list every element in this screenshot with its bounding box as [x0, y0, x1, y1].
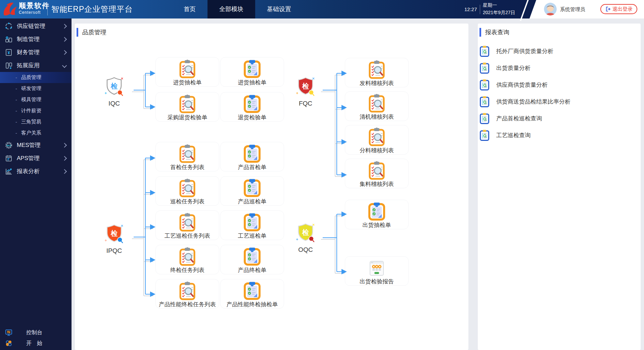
- sidebar-item[interactable]: - 模具管理: [0, 94, 72, 105]
- logout-icon: [605, 6, 610, 12]
- sidebar-item[interactable]: 报表分析: [0, 165, 72, 178]
- chevron-icon: [62, 63, 67, 68]
- extensions-icon: [5, 62, 13, 70]
- sidebar-item[interactable]: 供应链管理: [0, 20, 72, 33]
- sidebar-item-label: MES管理: [17, 141, 41, 149]
- quality-management-panel: 品质管理 IQC: [75, 24, 468, 350]
- topbar-tab[interactable]: 首页: [172, 0, 208, 18]
- report-query-icon: [479, 45, 490, 57]
- shield-check-icon: [104, 76, 125, 96]
- logo-cn: 顺景软件: [19, 2, 50, 9]
- sidebar-item[interactable]: 财务管理: [0, 46, 72, 59]
- flow-item[interactable]: 出货检验报告: [345, 256, 409, 286]
- flow-item[interactable]: 发料稽核列表: [345, 58, 409, 87]
- flow-item-label: 产品性能终检抽检单: [227, 301, 278, 308]
- supply-chain-icon: [5, 22, 13, 30]
- report-list: 托外厂商供货质量分析 出货质量分析 供应商供货质量分析 供货商送货品检结果比率分…: [479, 43, 638, 144]
- flow-item[interactable]: 工艺巡检单: [220, 210, 284, 240]
- audit-clipboard-icon: [178, 94, 197, 113]
- sidebar-item[interactable]: MES管理: [0, 139, 72, 152]
- manufacturing-icon: [5, 35, 13, 43]
- app-title: 智能ERP企业管理平台: [51, 0, 133, 18]
- topbar-tab[interactable]: 基础设置: [255, 0, 303, 18]
- report-query-icon: [479, 129, 490, 141]
- sidebar-item-console[interactable]: 控制台: [0, 327, 72, 338]
- logo-text: 顺景软件 Centersoft: [19, 2, 50, 14]
- flow-item-label: 巡检任务列表: [170, 198, 204, 205]
- topbar-tab[interactable]: 全部模块: [208, 0, 255, 18]
- flow-node-oqc[interactable]: OQC: [289, 223, 322, 254]
- topbar-tabs: 首页 全部模块 基础设置: [172, 0, 303, 18]
- sidebar-bottom: 控制台 开 始: [0, 327, 72, 349]
- chevron-icon: [62, 169, 67, 173]
- sidebar-item[interactable]: - 客户关系: [0, 127, 72, 139]
- sidebar-item[interactable]: APS管理: [0, 152, 72, 165]
- flow-item-label: 工艺巡检单: [238, 232, 267, 240]
- date: 2021年9月27日: [483, 10, 515, 15]
- flow-item[interactable]: 首检任务列表: [155, 142, 219, 171]
- flow-item[interactable]: 巡检任务列表: [155, 176, 219, 206]
- sidebar-item[interactable]: 制造管理: [0, 33, 72, 46]
- sidebar-item[interactable]: 拓展应用: [0, 59, 72, 72]
- sidebar-item[interactable]: - 三角贸易: [0, 116, 72, 127]
- flow-item[interactable]: 进货抽检单: [155, 57, 219, 87]
- tab-label: 全部模块: [219, 6, 243, 12]
- flow-item[interactable]: 工艺巡检任务列表: [155, 210, 219, 240]
- shield-check-icon: [104, 224, 125, 244]
- flow-item-label: 终检任务列表: [170, 266, 204, 274]
- report-link[interactable]: 托外厂商供货质量分析: [479, 43, 638, 60]
- flow-item[interactable]: 退货检验单: [220, 92, 284, 122]
- flow-node-label: FQC: [289, 100, 322, 107]
- sidebar-item-label: 客户关系: [21, 130, 41, 136]
- flow-item[interactable]: 产品性能终检任务列表: [155, 279, 219, 309]
- checklist-clipboard-icon: [243, 94, 262, 113]
- chevron-icon: [62, 143, 67, 147]
- sidebar-item[interactable]: - 计件薪资: [0, 105, 72, 116]
- flow-item[interactable]: 产品首检单: [220, 142, 284, 171]
- report-link[interactable]: 出货质量分析: [479, 60, 638, 76]
- checklist-clipboard-icon: [243, 281, 262, 300]
- oqc-doc-column: 出货抽检单 出货检验报告: [345, 200, 409, 286]
- dash-prefix: -: [15, 119, 17, 125]
- flow-item[interactable]: 产品性能终检抽检单: [220, 279, 284, 309]
- report-link[interactable]: 工艺巡检查询: [479, 127, 638, 144]
- audit-clipboard-icon: [178, 247, 197, 266]
- report-query-icon: [479, 113, 490, 124]
- flow-item[interactable]: 出货抽检单: [345, 200, 409, 229]
- flow-item[interactable]: 进货抽检单: [220, 57, 284, 87]
- sidebar-item-label: 研发管理: [21, 85, 41, 92]
- flow-item[interactable]: 采购退货检验单: [155, 92, 219, 122]
- logout-button[interactable]: 退出登录: [600, 4, 637, 14]
- date-block: 星期一 2021年9月27日: [483, 3, 515, 15]
- sidebar-item-start[interactable]: 开 始: [0, 338, 72, 349]
- flow-item-label: 产品首检单: [238, 163, 267, 171]
- flow-item-label: 出货抽检单: [363, 221, 391, 229]
- report-link-label: 供应商供货质量分析: [496, 81, 548, 89]
- flow-node-iqc[interactable]: IQC: [97, 76, 131, 107]
- console-label: 控制台: [26, 329, 42, 336]
- user-avatar[interactable]: [544, 3, 557, 15]
- flow-item[interactable]: 产品终检单: [220, 245, 284, 274]
- sidebar-item-label: 模具管理: [21, 96, 41, 103]
- checklist-clipboard-icon: [243, 179, 262, 197]
- report-link[interactable]: 产品首检巡检查询: [479, 110, 638, 127]
- flow-item[interactable]: 分料稽核列表: [345, 125, 409, 155]
- flow-node-fqc[interactable]: FQC: [289, 76, 322, 107]
- flow-item[interactable]: 终检任务列表: [155, 245, 219, 274]
- flow-node-ipqc[interactable]: IPQC: [97, 224, 131, 255]
- avatar-image: [544, 3, 557, 15]
- sidebar-item[interactable]: - 品质管理: [0, 72, 72, 83]
- flow-item[interactable]: 集料稽核列表: [345, 159, 409, 188]
- report-link-label: 供货商送货品检结果比率分析: [496, 98, 570, 106]
- flow-item[interactable]: 清机稽核列表: [345, 91, 409, 121]
- diagonal-stripe: [520, 0, 529, 21]
- topbar: 顺景软件 Centersoft 智能ERP企业管理平台 首页 全部模块 基础设置…: [0, 0, 644, 18]
- report-link-label: 工艺巡检查询: [496, 131, 531, 139]
- flow-node-label: IPQC: [97, 247, 131, 255]
- flow-item[interactable]: 产品巡检单: [220, 176, 284, 206]
- logo-divider: [47, 3, 48, 15]
- start-label: 开 始: [26, 340, 42, 347]
- sidebar-item[interactable]: - 研发管理: [0, 83, 72, 94]
- report-link[interactable]: 供应商供货质量分析: [479, 76, 638, 93]
- report-link[interactable]: 供货商送货品检结果比率分析: [479, 93, 638, 110]
